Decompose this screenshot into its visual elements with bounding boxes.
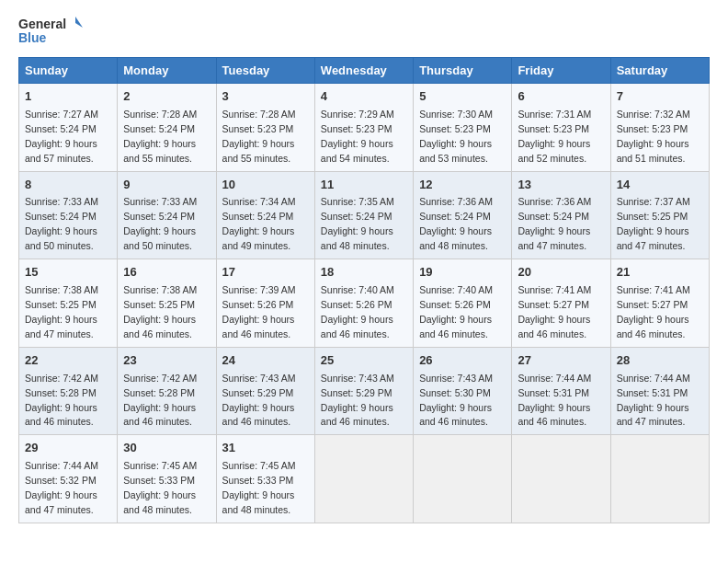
calendar-cell: 20Sunrise: 7:41 AMSunset: 5:27 PMDayligh… <box>512 259 610 348</box>
calendar-cell: 11Sunrise: 7:35 AMSunset: 5:24 PMDayligh… <box>314 171 413 259</box>
cell-info: Sunrise: 7:34 AMSunset: 5:24 PMDaylight:… <box>222 196 296 251</box>
cell-info: Sunrise: 7:45 AMSunset: 5:33 PMDaylight:… <box>123 460 197 515</box>
day-number: 19 <box>419 264 506 282</box>
cell-info: Sunrise: 7:29 AMSunset: 5:23 PMDaylight:… <box>321 109 394 164</box>
calendar-cell <box>314 435 413 523</box>
day-number: 6 <box>518 88 604 106</box>
day-number: 9 <box>123 177 210 194</box>
cell-info: Sunrise: 7:28 AMSunset: 5:23 PMDaylight:… <box>222 109 296 164</box>
cell-info: Sunrise: 7:42 AMSunset: 5:28 PMDaylight:… <box>123 373 197 428</box>
calendar-cell: 23Sunrise: 7:42 AMSunset: 5:28 PMDayligh… <box>118 347 216 435</box>
day-number: 29 <box>25 440 111 457</box>
weekday-sunday: Sunday <box>19 58 118 84</box>
cell-info: Sunrise: 7:39 AMSunset: 5:26 PMDaylight:… <box>222 284 296 339</box>
calendar-week-2: 8Sunrise: 7:33 AMSunset: 5:24 PMDaylight… <box>19 171 710 259</box>
weekday-tuesday: Tuesday <box>216 58 314 84</box>
day-number: 31 <box>222 440 309 457</box>
calendar-cell: 19Sunrise: 7:40 AMSunset: 5:26 PMDayligh… <box>414 259 512 348</box>
calendar-cell: 31Sunrise: 7:45 AMSunset: 5:33 PMDayligh… <box>216 435 314 523</box>
weekday-header-row: SundayMondayTuesdayWednesdayThursdayFrid… <box>19 58 710 84</box>
cell-info: Sunrise: 7:41 AMSunset: 5:27 PMDaylight:… <box>617 284 690 339</box>
calendar-cell: 22Sunrise: 7:42 AMSunset: 5:28 PMDayligh… <box>19 347 118 435</box>
calendar-week-1: 1Sunrise: 7:27 AMSunset: 5:24 PMDaylight… <box>19 84 710 172</box>
calendar-cell: 14Sunrise: 7:37 AMSunset: 5:25 PMDayligh… <box>610 171 709 259</box>
calendar-cell: 17Sunrise: 7:39 AMSunset: 5:26 PMDayligh… <box>216 259 314 348</box>
cell-info: Sunrise: 7:44 AMSunset: 5:31 PMDaylight:… <box>518 373 591 428</box>
weekday-thursday: Thursday <box>414 58 512 84</box>
weekday-wednesday: Wednesday <box>314 58 413 84</box>
cell-info: Sunrise: 7:30 AMSunset: 5:23 PMDaylight:… <box>419 109 493 164</box>
logo: General Blue <box>18 15 83 48</box>
day-number: 2 <box>123 88 210 106</box>
day-number: 28 <box>617 352 703 370</box>
calendar-cell: 29Sunrise: 7:44 AMSunset: 5:32 PMDayligh… <box>19 435 118 523</box>
day-number: 13 <box>518 177 604 194</box>
cell-info: Sunrise: 7:28 AMSunset: 5:24 PMDaylight:… <box>123 109 197 164</box>
calendar-week-4: 22Sunrise: 7:42 AMSunset: 5:28 PMDayligh… <box>19 347 710 435</box>
calendar-cell: 10Sunrise: 7:34 AMSunset: 5:24 PMDayligh… <box>216 171 314 259</box>
day-number: 24 <box>222 352 309 370</box>
header: General Blue <box>18 15 710 48</box>
day-number: 26 <box>419 352 506 370</box>
day-number: 16 <box>123 264 210 282</box>
svg-marker-2 <box>75 17 83 28</box>
day-number: 23 <box>123 352 210 370</box>
day-number: 25 <box>321 352 407 370</box>
cell-info: Sunrise: 7:43 AMSunset: 5:30 PMDaylight:… <box>419 373 493 428</box>
day-number: 7 <box>617 88 703 106</box>
day-number: 22 <box>25 352 111 370</box>
cell-info: Sunrise: 7:45 AMSunset: 5:33 PMDaylight:… <box>222 460 296 515</box>
cell-info: Sunrise: 7:44 AMSunset: 5:31 PMDaylight:… <box>617 373 690 428</box>
day-number: 8 <box>25 177 111 194</box>
day-number: 4 <box>321 88 407 106</box>
calendar-cell: 7Sunrise: 7:32 AMSunset: 5:23 PMDaylight… <box>610 84 709 172</box>
calendar-cell: 12Sunrise: 7:36 AMSunset: 5:24 PMDayligh… <box>414 171 512 259</box>
cell-info: Sunrise: 7:33 AMSunset: 5:24 PMDaylight:… <box>123 196 197 251</box>
day-number: 30 <box>123 440 210 457</box>
cell-info: Sunrise: 7:44 AMSunset: 5:32 PMDaylight:… <box>25 460 98 515</box>
calendar-week-3: 15Sunrise: 7:38 AMSunset: 5:25 PMDayligh… <box>19 259 710 348</box>
cell-info: Sunrise: 7:33 AMSunset: 5:24 PMDaylight:… <box>25 196 98 251</box>
calendar-cell: 15Sunrise: 7:38 AMSunset: 5:25 PMDayligh… <box>19 259 118 348</box>
calendar-cell: 16Sunrise: 7:38 AMSunset: 5:25 PMDayligh… <box>118 259 216 348</box>
cell-info: Sunrise: 7:40 AMSunset: 5:26 PMDaylight:… <box>419 284 493 339</box>
calendar-page: General Blue SundayMondayTuesdayWednesda… <box>0 0 728 533</box>
calendar-cell: 28Sunrise: 7:44 AMSunset: 5:31 PMDayligh… <box>610 347 709 435</box>
svg-text:General: General <box>18 17 66 31</box>
day-number: 10 <box>222 177 309 194</box>
calendar-cell: 26Sunrise: 7:43 AMSunset: 5:30 PMDayligh… <box>414 347 512 435</box>
calendar-cell: 4Sunrise: 7:29 AMSunset: 5:23 PMDaylight… <box>314 84 413 172</box>
calendar-cell: 2Sunrise: 7:28 AMSunset: 5:24 PMDaylight… <box>118 84 216 172</box>
day-number: 21 <box>617 264 703 282</box>
day-number: 12 <box>419 177 506 194</box>
day-number: 11 <box>321 177 407 194</box>
calendar-cell: 13Sunrise: 7:36 AMSunset: 5:24 PMDayligh… <box>512 171 610 259</box>
weekday-monday: Monday <box>118 58 216 84</box>
calendar-cell: 9Sunrise: 7:33 AMSunset: 5:24 PMDaylight… <box>118 171 216 259</box>
day-number: 5 <box>419 88 506 106</box>
svg-text:Blue: Blue <box>18 30 47 45</box>
day-number: 3 <box>222 88 309 106</box>
weekday-saturday: Saturday <box>610 58 709 84</box>
calendar-table: SundayMondayTuesdayWednesdayThursdayFrid… <box>18 57 710 523</box>
calendar-cell: 3Sunrise: 7:28 AMSunset: 5:23 PMDaylight… <box>216 84 314 172</box>
cell-info: Sunrise: 7:43 AMSunset: 5:29 PMDaylight:… <box>321 373 394 428</box>
logo-svg: General Blue <box>18 15 83 48</box>
day-number: 20 <box>518 264 604 282</box>
calendar-cell <box>512 435 610 523</box>
cell-info: Sunrise: 7:38 AMSunset: 5:25 PMDaylight:… <box>123 284 197 339</box>
calendar-cell: 30Sunrise: 7:45 AMSunset: 5:33 PMDayligh… <box>118 435 216 523</box>
calendar-cell: 27Sunrise: 7:44 AMSunset: 5:31 PMDayligh… <box>512 347 610 435</box>
day-number: 27 <box>518 352 604 370</box>
calendar-cell: 25Sunrise: 7:43 AMSunset: 5:29 PMDayligh… <box>314 347 413 435</box>
cell-info: Sunrise: 7:35 AMSunset: 5:24 PMDaylight:… <box>321 196 394 251</box>
calendar-cell: 24Sunrise: 7:43 AMSunset: 5:29 PMDayligh… <box>216 347 314 435</box>
calendar-cell: 21Sunrise: 7:41 AMSunset: 5:27 PMDayligh… <box>610 259 709 348</box>
calendar-body: 1Sunrise: 7:27 AMSunset: 5:24 PMDaylight… <box>19 84 710 523</box>
calendar-cell: 18Sunrise: 7:40 AMSunset: 5:26 PMDayligh… <box>314 259 413 348</box>
day-number: 14 <box>617 177 703 194</box>
cell-info: Sunrise: 7:43 AMSunset: 5:29 PMDaylight:… <box>222 373 296 428</box>
calendar-cell <box>610 435 709 523</box>
cell-info: Sunrise: 7:41 AMSunset: 5:27 PMDaylight:… <box>518 284 591 339</box>
day-number: 1 <box>25 88 111 106</box>
